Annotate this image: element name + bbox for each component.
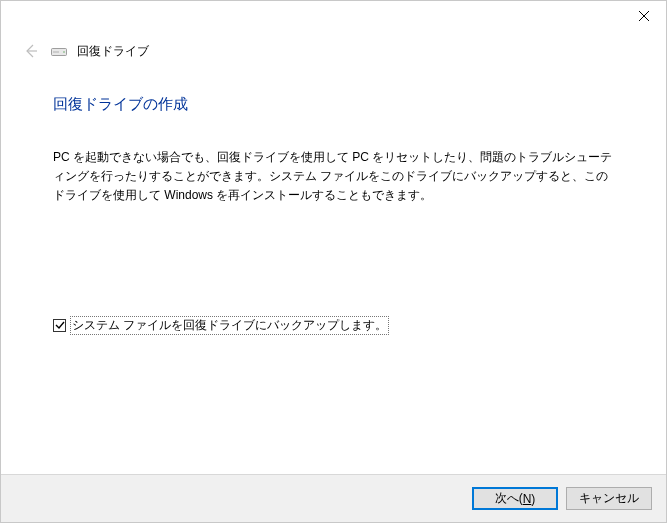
backup-checkbox[interactable] [53, 319, 66, 332]
svg-rect-5 [53, 51, 59, 53]
header-row: 回復ドライブ [1, 33, 666, 61]
page-title: 回復ドライブの作成 [53, 95, 614, 114]
checkmark-icon [55, 320, 65, 330]
back-button [21, 41, 41, 61]
close-button[interactable] [621, 1, 666, 30]
titlebar [1, 1, 666, 33]
svg-point-4 [63, 51, 65, 53]
next-button-prefix: 次へ( [495, 490, 523, 507]
next-button[interactable]: 次へ(N) [472, 487, 558, 510]
content-area: 回復ドライブの作成 PC を起動できない場合でも、回復ドライブを使用して PC … [1, 61, 666, 474]
page-description: PC を起動できない場合でも、回復ドライブを使用して PC をリセットしたり、問… [53, 148, 614, 206]
window-title: 回復ドライブ [77, 43, 149, 60]
footer: 次へ(N) キャンセル [1, 474, 666, 522]
next-button-suffix: ) [531, 492, 535, 506]
close-icon [639, 11, 649, 21]
cancel-button[interactable]: キャンセル [566, 487, 652, 510]
back-arrow-icon [23, 43, 39, 59]
backup-checkbox-row: システム ファイルを回復ドライブにバックアップします。 [53, 316, 614, 335]
wizard-window: 回復ドライブ 回復ドライブの作成 PC を起動できない場合でも、回復ドライブを使… [0, 0, 667, 523]
backup-checkbox-label[interactable]: システム ファイルを回復ドライブにバックアップします。 [70, 316, 389, 335]
next-button-accesskey: N [523, 492, 532, 506]
drive-icon [51, 45, 67, 57]
